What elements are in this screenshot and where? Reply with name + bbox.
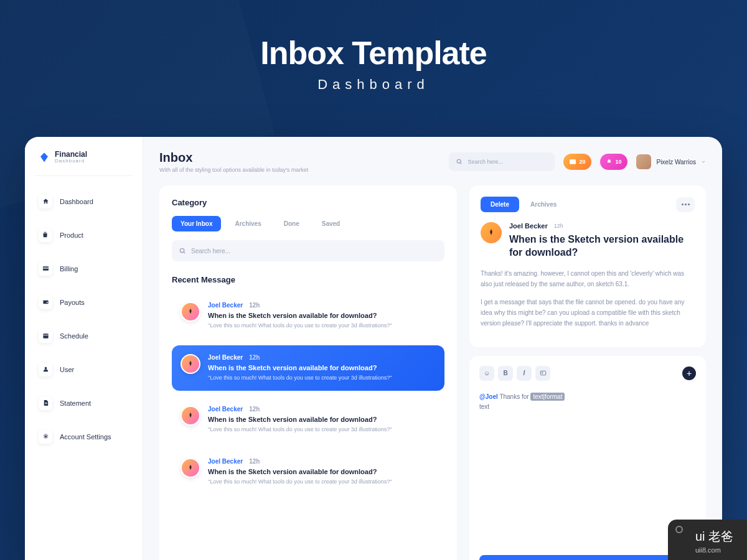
add-button[interactable]: + (682, 366, 696, 380)
message-sender: Joel Becker (208, 406, 243, 413)
search-placeholder: Search here... (467, 159, 503, 165)
sidebar-item-user[interactable]: User (35, 357, 133, 383)
message-item[interactable]: Joel Becker12h When is the Sketch versio… (172, 397, 444, 443)
svg-rect-2 (43, 334, 48, 338)
nav-label: Schedule (60, 332, 88, 340)
app-window: Financial Dashboard DashboardProductBill… (25, 137, 722, 560)
nav-label: Statement (60, 399, 91, 407)
content-row: Category Your InboxArchivesDoneSaved Sea… (143, 180, 722, 560)
global-search-input[interactable]: Search here... (449, 152, 555, 171)
card-icon (39, 262, 52, 276)
mail-badge[interactable]: 20 (563, 154, 591, 170)
delete-button[interactable]: Delete (481, 197, 519, 212)
chevron-down-icon (701, 159, 706, 164)
message-time: 12h (249, 302, 260, 309)
notification-badge[interactable]: 10 (600, 154, 627, 170)
tab-your-inbox[interactable]: Your Inbox (172, 216, 221, 231)
message-preview: "Love this so much! What tools do you us… (208, 478, 436, 487)
sidebar-item-product[interactable]: Product (35, 222, 133, 248)
search-icon (456, 159, 463, 165)
nav-label: Account Settings (60, 433, 111, 441)
message-preview: "Love this so much! What tools do you us… (208, 322, 436, 330)
message-subject: When is the Sketch version available for… (208, 364, 436, 371)
nav-label: User (60, 366, 74, 373)
sidebar-item-billing[interactable]: Billing (35, 256, 133, 282)
message-time: 12h (249, 354, 260, 361)
italic-button[interactable]: I (517, 366, 532, 381)
message-time: 12h (249, 406, 260, 413)
search-icon (179, 248, 186, 254)
bell-icon (606, 159, 612, 165)
bag-icon (39, 228, 52, 242)
svg-point-8 (458, 159, 461, 163)
nav-label: Payouts (60, 299, 85, 306)
svg-rect-3 (43, 335, 48, 336)
recent-title: Recent Message (172, 275, 444, 284)
message-sender: Joel Becker (208, 354, 243, 361)
category-tabs: Your InboxArchivesDoneSaved (172, 216, 444, 231)
svg-rect-1 (42, 268, 48, 269)
tab-saved[interactable]: Saved (313, 216, 349, 231)
sidebar-item-dashboard[interactable]: Dashboard (35, 189, 133, 215)
detail-avatar (481, 222, 502, 243)
sidebar-item-statement[interactable]: Statement (35, 390, 133, 416)
send-button[interactable]: Send Message (479, 555, 696, 560)
sidebar-item-account-settings[interactable]: Account Settings (35, 424, 133, 450)
hero-header: Inbox Template Dashboard (0, 0, 747, 111)
svg-rect-6 (45, 404, 47, 404)
archives-button[interactable]: Archives (524, 197, 563, 212)
bold-button[interactable]: B (498, 366, 513, 381)
detail-actions: Delete Archives (481, 197, 695, 212)
message-subject: When is the Sketch version available for… (208, 416, 436, 423)
nav-label: Billing (60, 265, 78, 273)
watermark: ui 老爸 uii8.com (668, 520, 747, 560)
brand: Financial Dashboard (35, 151, 133, 176)
gear-icon (39, 430, 52, 444)
svg-line-12 (184, 251, 185, 253)
compose-input[interactable]: @Joel Thanks for text|format text (479, 392, 696, 555)
more-button[interactable] (676, 197, 695, 212)
message-item[interactable]: Joel Becker12h When is the Sketch versio… (172, 345, 444, 391)
message-sender: Joel Becker (208, 302, 243, 309)
detail-sender: Joel Becker (509, 222, 548, 230)
category-search-input[interactable]: Search here... (172, 240, 444, 261)
detail-body: Thanks! it's amazing. however, I cannot … (481, 268, 695, 329)
category-panel: Category Your InboxArchivesDoneSaved Sea… (159, 185, 457, 560)
tab-done[interactable]: Done (275, 216, 308, 231)
sidebar-item-schedule[interactable]: Schedule (35, 323, 133, 349)
message-subject: When is the Sketch version available for… (208, 312, 436, 319)
message-avatar (181, 354, 200, 374)
detail-panel: Delete Archives Joel Becker 12h (469, 185, 706, 347)
detail-column: Delete Archives Joel Becker 12h (469, 185, 706, 560)
mail-icon (570, 159, 576, 164)
message-item[interactable]: Joel Becker12h When is the Sketch versio… (172, 293, 444, 339)
svg-line-9 (461, 162, 462, 164)
calendar-icon (39, 329, 52, 343)
home-icon (39, 195, 52, 208)
message-sender: Joel Becker (208, 458, 243, 465)
emoji-button[interactable]: ☺ (479, 366, 494, 381)
tab-archives[interactable]: Archives (226, 216, 270, 231)
svg-rect-10 (570, 159, 576, 164)
message-avatar (181, 458, 200, 478)
brand-sub: Dashboard (55, 159, 87, 164)
message-time: 12h (249, 458, 260, 465)
svg-point-4 (44, 367, 47, 370)
hero-title: Inbox Template (0, 34, 747, 72)
brand-logo-icon (39, 152, 50, 163)
sidebar-item-payouts[interactable]: Payouts (35, 289, 133, 315)
message-avatar (181, 406, 200, 426)
message-item[interactable]: Joel Becker12h When is the Sketch versio… (172, 449, 444, 495)
compose-toolbar: ☺ B I + (479, 366, 696, 381)
svg-point-11 (180, 248, 184, 252)
topbar: Inbox With all of the styling tool optio… (143, 137, 722, 180)
user-menu[interactable]: Pixelz Warrios (636, 154, 706, 169)
detail-time: 12h (554, 223, 563, 229)
user-name: Pixelz Warrios (656, 159, 696, 166)
image-button[interactable] (535, 366, 550, 381)
message-preview: "Love this so much! What tools do you us… (208, 426, 436, 434)
hero-subtitle: Dashboard (0, 77, 747, 93)
svg-rect-5 (45, 403, 47, 404)
svg-point-14 (542, 372, 543, 373)
doc-icon (39, 396, 52, 410)
